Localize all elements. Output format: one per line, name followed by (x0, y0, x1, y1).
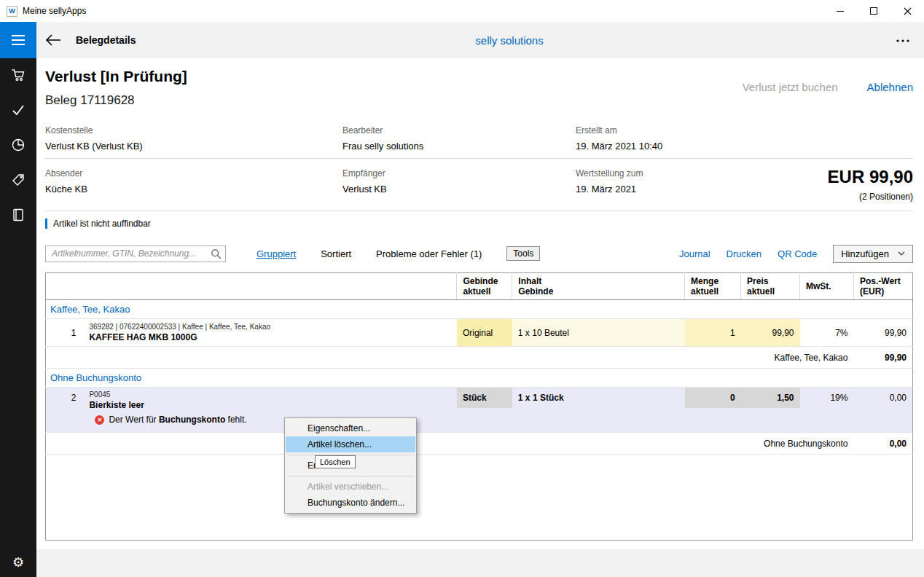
poswert-cell: 0,00 (853, 388, 912, 433)
inhalt-cell: 1 x 10 Beutel (512, 319, 685, 347)
qr-code-link[interactable]: QR Code (778, 248, 817, 259)
tools-button[interactable]: Tools (506, 246, 540, 261)
ellipsis-icon (896, 39, 910, 43)
menu-item-change-account[interactable]: Buchungskonto ändern... (286, 495, 415, 511)
col-header-preis: Preis aktuell (741, 273, 800, 300)
table-header-row: Gebinde aktuell Inhalt Gebinde Menge akt… (46, 273, 913, 300)
col-header-gebinde: Gebinde aktuell (457, 273, 512, 300)
subtotal-label: Ohne Buchungskonto (46, 433, 854, 455)
minimize-icon (837, 11, 844, 12)
preis-cell: 99,90 (741, 319, 800, 347)
total-block: EUR 99,90 (2 Positionen) (828, 167, 913, 202)
positions-table: Gebinde aktuell Inhalt Gebinde Menge akt… (45, 272, 913, 541)
field-label: Erstellt am (576, 125, 913, 136)
menge-cell: 1 (685, 319, 741, 347)
gear-icon: ⚙ (12, 555, 24, 570)
field-value: 19. März 2021 10:40 (576, 141, 913, 152)
sidebar-item-journal[interactable] (8, 208, 28, 222)
sidebar: ⚙ (0, 58, 36, 577)
document-title: Verlust [In Prüfung] (45, 68, 187, 85)
menge-cell: 0 (685, 388, 741, 433)
fields-row-2: Absender Küche KB Empfänger Verlust KB W… (45, 168, 913, 195)
gebinde-cell: Original (457, 319, 512, 347)
table-empty-space (46, 455, 913, 541)
notice-accent-bar (45, 219, 47, 229)
more-options-button[interactable] (890, 32, 915, 50)
poswert-cell: 99,90 (853, 319, 912, 347)
row-number: 1 (46, 319, 84, 347)
divider (45, 158, 913, 159)
subtotal-row-kaffee: Kaffee, Tee, Kakao 99,90 (46, 347, 913, 369)
total-amount: EUR 99,90 (828, 167, 913, 187)
fields-row-1: Kostenstelle Verlust KB (Verlust KB) Bea… (45, 125, 913, 152)
field-kostenstelle: Kostenstelle Verlust KB (Verlust KB) (45, 125, 342, 152)
col-header-menge: Menge aktuell (685, 273, 741, 300)
field-absender: Absender Küche KB (45, 168, 342, 195)
group-header-kaffee[interactable]: Kaffee, Tee, Kakao (46, 300, 913, 319)
field-value: Küche KB (45, 184, 342, 195)
add-button-label: Hinzufügen (841, 248, 889, 259)
field-value: Verlust KB (342, 184, 576, 195)
field-empfaenger: Empfänger Verlust KB (342, 168, 576, 195)
menu-item-properties[interactable]: Eigenschaften... (286, 420, 415, 436)
table-row-2[interactable]: 2 P0045 Bierkiste leer Der Wert für Buch… (46, 388, 913, 433)
minimize-button[interactable] (823, 0, 857, 22)
menu-item-move-article: Artikel verschieben... (286, 479, 415, 495)
close-icon (904, 7, 912, 15)
main-content: Verlust [In Prüfung] Beleg 17119628 Verl… (36, 58, 924, 577)
error-text: Der Wert für Buchungskonto fehlt. (109, 415, 246, 425)
col-header-poswert: Pos.-Wert (EUR) (853, 273, 912, 300)
table-row-1[interactable]: 1 369282 | 07622400002533 | Kaffee | Kaf… (46, 319, 913, 347)
grouped-toggle[interactable]: Gruppiert (257, 248, 296, 259)
menu-separator (287, 476, 414, 476)
group-header-ohne-buchungskonto[interactable]: Ohne Buchungskonto (46, 369, 913, 388)
cart-icon (11, 68, 26, 82)
inhalt-cell: 1 x 1 Stück (512, 388, 685, 433)
field-label: Absender (45, 168, 342, 178)
total-positions: (2 Positionen) (828, 192, 913, 202)
subtotal-row-ohne-buchungskonto: Ohne Buchungskonto 0,00 (46, 433, 913, 455)
journal-link[interactable]: Journal (679, 248, 710, 259)
print-link[interactable]: Drucken (727, 248, 761, 259)
sidebar-item-settings[interactable]: ⚙ (0, 555, 36, 570)
preis-cell: 1,50 (741, 388, 800, 433)
sidebar-item-cart[interactable] (8, 68, 28, 82)
brand-title: selly solutions (0, 34, 924, 47)
add-button[interactable]: Hinzufügen (833, 245, 913, 263)
chevron-down-icon (898, 251, 905, 256)
field-erstellt-am: Erstellt am 19. März 2021 10:40 (576, 125, 913, 152)
window-title: Meine sellyApps (23, 6, 86, 16)
col-header-num (46, 273, 84, 300)
close-button[interactable] (890, 0, 924, 22)
book-loss-button[interactable]: Verlust jetzt buchen (743, 81, 838, 93)
reject-button[interactable]: Ablehnen (867, 81, 913, 93)
maximize-icon (870, 7, 877, 15)
sorted-toggle[interactable]: Sortiert (321, 248, 351, 259)
toolbar: Gruppiert Sortiert Probleme oder Fehler … (45, 244, 913, 263)
sidebar-item-reports[interactable] (8, 138, 28, 152)
maximize-button[interactable] (857, 0, 890, 22)
row-number: 2 (46, 388, 84, 433)
article-name: KAFFEE HAG MKB 1000G (89, 332, 450, 342)
field-value: Frau selly solutions (342, 141, 576, 152)
subtotal-label: Kaffee, Tee, Kakao (46, 347, 854, 369)
book-icon (11, 208, 26, 222)
problems-filter[interactable]: Probleme oder Fehler (1) (376, 248, 482, 259)
app-icon (7, 6, 17, 17)
col-header-inhalt: Inhalt Gebinde (512, 273, 685, 300)
sidebar-item-labels[interactable] (8, 173, 28, 187)
menu-item-delete-article[interactable]: Artikel löschen... (286, 436, 415, 452)
field-value: Verlust KB (Verlust KB) (45, 141, 342, 152)
notice-text: Artikel ist nicht auffindbar (53, 219, 151, 229)
search-input[interactable] (45, 246, 226, 262)
col-header-article (83, 273, 456, 300)
search-icon[interactable] (211, 248, 222, 259)
group-name: Ohne Buchungskonto (46, 369, 913, 388)
notice-banner: Artikel ist nicht auffindbar (45, 219, 151, 229)
sidebar-item-tasks[interactable] (8, 103, 28, 117)
mwst-cell: 19% (800, 388, 854, 433)
article-meta: P0045 (89, 390, 450, 399)
pie-chart-icon (11, 138, 26, 152)
error-icon (95, 415, 104, 425)
price-tag-icon (11, 173, 26, 187)
